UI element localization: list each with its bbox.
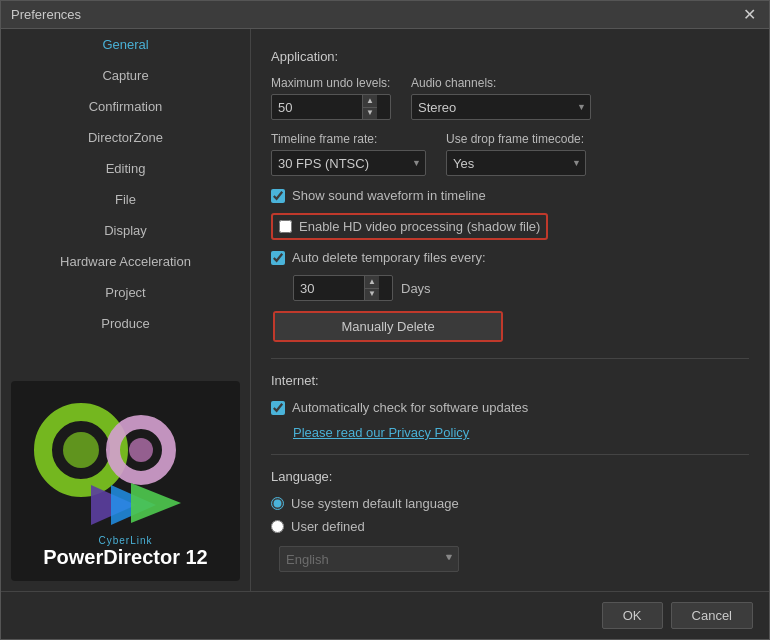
ok-button[interactable]: OK bbox=[602, 602, 663, 629]
sidebar-item-hardware-acceleration[interactable]: Hardware Acceleration bbox=[1, 246, 250, 277]
waveform-row: Show sound waveform in timeline bbox=[271, 188, 749, 203]
audio-select[interactable]: Stereo Mono 5.1 bbox=[411, 94, 591, 120]
svg-marker-6 bbox=[131, 483, 181, 523]
undo-spin-up[interactable]: ▲ bbox=[363, 95, 377, 108]
cancel-button[interactable]: Cancel bbox=[671, 602, 753, 629]
lang-select-wrapper-outer: English French German ▼ bbox=[275, 542, 749, 572]
auto-update-row: Automatically check for software updates bbox=[271, 400, 749, 415]
auto-delete-row: Auto delete temporary files every: bbox=[271, 250, 749, 265]
undo-spinner: ▲ ▼ bbox=[271, 94, 391, 120]
dropframe-label: Use drop frame timecode: bbox=[446, 132, 586, 146]
undo-spin-buttons: ▲ ▼ bbox=[362, 95, 377, 119]
close-button[interactable]: ✕ bbox=[739, 5, 759, 25]
sidebar-item-general[interactable]: General bbox=[1, 29, 250, 60]
system-lang-row: Use system default language bbox=[271, 496, 749, 511]
auto-update-checkbox[interactable] bbox=[271, 401, 285, 415]
sidebar-item-capture[interactable]: Capture bbox=[1, 60, 250, 91]
sidebar-item-confirmation[interactable]: Confirmation bbox=[1, 91, 250, 122]
form-row-1: Maximum undo levels: ▲ ▼ Audio channels:… bbox=[271, 76, 749, 120]
product-name: PowerDirector 12 bbox=[43, 546, 208, 569]
days-row: ▲ ▼ Days bbox=[293, 275, 749, 301]
undo-spin-down[interactable]: ▼ bbox=[363, 108, 377, 120]
framerate-select[interactable]: 30 FPS (NTSC) 25 FPS (PAL) 24 FPS (Film) bbox=[271, 150, 426, 176]
hd-label: Enable HD video processing (shadow file) bbox=[299, 219, 540, 234]
delete-btn-highlight: Manually Delete bbox=[273, 311, 503, 342]
sidebar-item-directorzone[interactable]: DirectorZone bbox=[1, 122, 250, 153]
framerate-group: Timeline frame rate: 30 FPS (NTSC) 25 FP… bbox=[271, 132, 426, 176]
content-area: General Capture Confirmation DirectorZon… bbox=[1, 29, 769, 591]
dropframe-select[interactable]: Yes No bbox=[446, 150, 586, 176]
brand-name: CyberLink bbox=[98, 535, 152, 546]
sidebar-item-file[interactable]: File bbox=[1, 184, 250, 215]
user-defined-radio[interactable] bbox=[271, 520, 284, 533]
internet-section-label: Internet: bbox=[271, 373, 749, 388]
lang-select-wrapper: English French German ▼ bbox=[275, 542, 459, 572]
dialog-footer: OK Cancel bbox=[1, 591, 769, 639]
audio-group: Audio channels: Stereo Mono 5.1 bbox=[411, 76, 591, 120]
auto-update-label: Automatically check for software updates bbox=[292, 400, 528, 415]
sidebar: General Capture Confirmation DirectorZon… bbox=[1, 29, 251, 591]
hd-highlight-box: Enable HD video processing (shadow file) bbox=[271, 213, 548, 240]
form-row-2: Timeline frame rate: 30 FPS (NTSC) 25 FP… bbox=[271, 132, 749, 176]
sidebar-item-produce[interactable]: Produce bbox=[1, 308, 250, 339]
auto-delete-label: Auto delete temporary files every: bbox=[292, 250, 486, 265]
application-section-label: Application: bbox=[271, 49, 749, 64]
undo-group: Maximum undo levels: ▲ ▼ bbox=[271, 76, 391, 120]
days-spin-up[interactable]: ▲ bbox=[365, 276, 379, 289]
divider-1 bbox=[271, 358, 749, 359]
manually-delete-button[interactable]: Manually Delete bbox=[275, 313, 501, 340]
divider-2 bbox=[271, 454, 749, 455]
undo-input[interactable] bbox=[272, 100, 362, 115]
logo-box: CyberLink PowerDirector 12 bbox=[11, 381, 240, 581]
user-defined-label: User defined bbox=[291, 519, 365, 534]
framerate-label: Timeline frame rate: bbox=[271, 132, 426, 146]
sidebar-item-project[interactable]: Project bbox=[1, 277, 250, 308]
days-input[interactable] bbox=[294, 281, 364, 296]
framerate-select-wrapper: 30 FPS (NTSC) 25 FPS (PAL) 24 FPS (Film) bbox=[271, 150, 426, 176]
undo-label: Maximum undo levels: bbox=[271, 76, 391, 90]
auto-delete-checkbox[interactable] bbox=[271, 251, 285, 265]
dropframe-select-wrapper: Yes No bbox=[446, 150, 586, 176]
sidebar-item-display[interactable]: Display bbox=[1, 215, 250, 246]
logo-text-area: CyberLink PowerDirector 12 bbox=[43, 535, 208, 569]
preferences-dialog: Preferences ✕ General Capture Confirmati… bbox=[0, 0, 770, 640]
hd-row-wrapper: Enable HD video processing (shadow file) bbox=[271, 213, 749, 240]
sidebar-item-editing[interactable]: Editing bbox=[1, 153, 250, 184]
main-panel: Application: Maximum undo levels: ▲ ▼ Au… bbox=[251, 29, 769, 591]
days-label: Days bbox=[401, 281, 431, 296]
hd-checkbox[interactable] bbox=[279, 220, 292, 233]
logo-graphic bbox=[21, 395, 231, 535]
days-spinner: ▲ ▼ bbox=[293, 275, 393, 301]
user-defined-row: User defined bbox=[271, 519, 749, 534]
svg-point-3 bbox=[129, 438, 153, 462]
system-lang-radio[interactable] bbox=[271, 497, 284, 510]
waveform-checkbox[interactable] bbox=[271, 189, 285, 203]
audio-select-wrapper: Stereo Mono 5.1 bbox=[411, 94, 591, 120]
dropframe-group: Use drop frame timecode: Yes No bbox=[446, 132, 586, 176]
dialog-title: Preferences bbox=[11, 7, 81, 22]
days-spin-down[interactable]: ▼ bbox=[365, 289, 379, 301]
lang-select[interactable]: English French German bbox=[279, 546, 459, 572]
audio-label: Audio channels: bbox=[411, 76, 591, 90]
delete-btn-row: Manually Delete bbox=[271, 311, 749, 342]
days-spin-buttons: ▲ ▼ bbox=[364, 276, 379, 300]
system-lang-label: Use system default language bbox=[291, 496, 459, 511]
language-section-label: Language: bbox=[271, 469, 749, 484]
privacy-policy-link[interactable]: Please read our Privacy Policy bbox=[293, 425, 749, 440]
logo-area: CyberLink PowerDirector 12 bbox=[1, 339, 250, 591]
waveform-label: Show sound waveform in timeline bbox=[292, 188, 486, 203]
titlebar: Preferences ✕ bbox=[1, 1, 769, 29]
svg-point-1 bbox=[63, 432, 99, 468]
